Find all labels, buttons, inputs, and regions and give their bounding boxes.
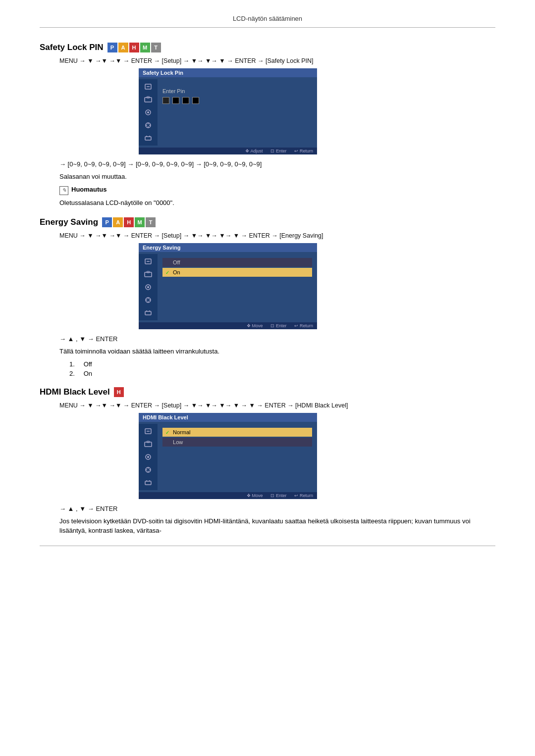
svg-rect-39 [145, 481, 151, 485]
screen-content-safety: Enter Pin [158, 79, 317, 146]
screen-footer-energy: ❖ Move ⊡ Enter ↩ Return [139, 322, 317, 329]
screen-energy-saving: Energy Saving [139, 243, 317, 329]
svg-rect-25 [145, 311, 151, 315]
footer-return: ↩ Return [294, 149, 313, 153]
badge-p-e: P [102, 217, 112, 227]
screen-sidebar-hdmi [139, 424, 158, 490]
footer-return-e: ↩ Return [294, 323, 313, 328]
normal-check: ✓ [165, 430, 171, 435]
pin-box-1 [162, 97, 169, 104]
section-heading-energy: Energy Saving P A H M T [40, 217, 495, 227]
note-label: Huomautus [71, 186, 107, 193]
sidebar-icon-2 [143, 95, 154, 104]
off-check [165, 260, 171, 265]
hdmi-description: Jos televisioon kytketään DVD-soitin tai… [59, 516, 495, 536]
section-hdmi-black-level: HDMI Black Level H MENU → ▼ →▼ →▼ → ENTE… [40, 387, 495, 536]
badge-m: M [140, 43, 150, 52]
badge-t-e: T [146, 217, 156, 227]
energy-on-item[interactable]: ✓ On [162, 268, 312, 277]
badge-t: T [151, 43, 161, 52]
screen-footer-hdmi: ❖ Move ⊡ Enter ↩ Return [139, 492, 317, 499]
energy-list-1: 1. Off [69, 360, 495, 368]
on-check: ✓ [165, 270, 171, 275]
pin-box-3 [182, 97, 189, 104]
page-title: LCD-näytön säätäminen [40, 15, 495, 28]
hdmi-low-item[interactable]: Low [162, 438, 312, 447]
screen-title-energy: Energy Saving [139, 243, 317, 252]
hdmi-icon-5 [143, 478, 154, 487]
hdmi-icon-3 [143, 453, 154, 461]
screen-sidebar-energy [139, 254, 158, 320]
footer-enter-h: ⊡ Enter [270, 493, 286, 498]
screen-hdmi-black: HDMI Black Level [139, 413, 317, 499]
svg-point-5 [147, 111, 149, 113]
note-icon: ✎ [59, 186, 68, 195]
sidebar-icon-1 [143, 82, 154, 91]
hdmi-icon-4 [143, 465, 154, 474]
energy-list-2: 2. On [69, 370, 495, 377]
enter-pin-label: Enter Pin [162, 88, 312, 94]
badge-a: A [118, 43, 128, 52]
badge-group-hdmi: H [114, 387, 124, 397]
hdmi-arrow-note: → ▲ , ▼ → ENTER [59, 505, 495, 512]
es-icon-5 [143, 308, 154, 317]
sidebar-icon-4 [143, 121, 154, 130]
es-icon-4 [143, 296, 154, 304]
badge-h: H [129, 43, 139, 52]
menu-path-hdmi: MENU → ▼ →▼ →▼ → ENTER → [Setup] → ▼→ ▼→… [59, 402, 495, 409]
screen-sidebar-safety [139, 79, 158, 146]
default-password-note: Oletussalasana LCD-näytölle on "0000". [59, 198, 495, 208]
section-energy-saving: Energy Saving P A H M T MENU → ▼ →▼ →▼ →… [40, 217, 495, 377]
screen-content-energy: Off ✓ On [158, 254, 317, 320]
footer-enter-e: ⊡ Enter [270, 323, 286, 328]
svg-point-33 [147, 456, 149, 458]
sidebar-icon-5 [143, 134, 154, 143]
menu-path-energy: MENU → ▼ →▼ →▼ → ENTER → [Setup] → ▼→ ▼→… [59, 232, 495, 239]
footer-move-h: ❖ Move [247, 493, 263, 498]
hdmi-normal-item[interactable]: ✓ Normal [162, 428, 312, 437]
footer-return-h: ↩ Return [294, 493, 313, 498]
note-box-safety: ✎ Huomautus [59, 186, 495, 195]
screen-title-hdmi: HDMI Black Level [139, 413, 317, 422]
password-note: Salasanan voi muuttaa. [59, 172, 495, 182]
page-divider [40, 546, 495, 546]
badge-p: P [107, 43, 117, 52]
badge-h-hdmi: H [114, 387, 124, 397]
sidebar-icon-3 [143, 108, 154, 117]
badge-group-safety: P A H M T [107, 43, 161, 52]
pin-display [162, 97, 312, 104]
badge-group-energy: P A H M T [102, 217, 156, 227]
screen-title-safety: Safety Lock Pin [139, 68, 317, 77]
svg-point-19 [147, 286, 149, 288]
footer-enter: ⊡ Enter [270, 149, 286, 153]
badge-a-e: A [113, 217, 123, 227]
energy-arrow-note: → ▲ , ▼ → ENTER [59, 335, 495, 343]
section-heading-hdmi: HDMI Black Level H [40, 387, 495, 397]
screen-footer-safety: ❖ Adjust ⊡ Enter ↩ Return [139, 148, 317, 154]
hdmi-icon-1 [143, 427, 154, 436]
pin-box-2 [172, 97, 179, 104]
es-icon-3 [143, 283, 154, 292]
pin-sequence: → [0~9, 0~9, 0~9, 0~9] → [0~9, 0~9, 0~9,… [59, 160, 495, 168]
footer-adjust: ❖ Adjust [245, 149, 263, 153]
hdmi-icon-2 [143, 440, 154, 449]
section-heading-safety: Safety Lock PIN P A H M T [40, 43, 495, 52]
es-icon-2 [143, 270, 154, 279]
pin-box-4 [192, 97, 199, 104]
svg-rect-11 [145, 137, 151, 140]
menu-path-safety: MENU → ▼ →▼ →▼ → ENTER → [Setup] → ▼→ ▼→… [59, 57, 495, 64]
footer-move-e: ❖ Move [247, 323, 263, 328]
badge-h-e: H [124, 217, 134, 227]
es-icon-1 [143, 257, 154, 266]
screen-content-hdmi: ✓ Normal Low [158, 424, 317, 490]
screen-safety-lock: Safety Lock Pin [139, 68, 317, 154]
energy-off-item[interactable]: Off [162, 258, 312, 267]
low-check [165, 440, 171, 445]
section-safety-lock-pin: Safety Lock PIN P A H M T MENU → ▼ →▼ →▼… [40, 43, 495, 207]
energy-description: Tällä toiminnolla voidaan säätää laittee… [59, 347, 495, 356]
badge-m-e: M [135, 217, 145, 227]
